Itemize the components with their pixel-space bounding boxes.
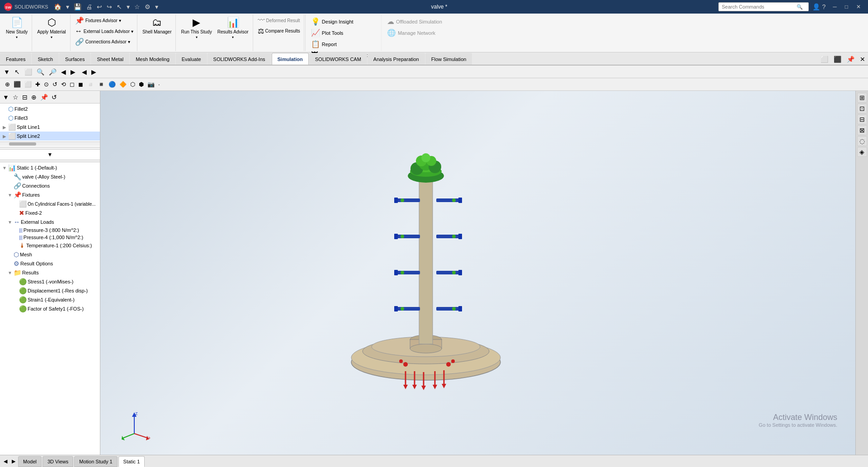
search-input[interactable] <box>722 4 797 9</box>
restore-btn-tabs[interactable]: ⬜ <box>818 54 831 65</box>
close-ribbon-btn[interactable]: ✕ <box>857 54 868 65</box>
connections-advisor-button[interactable]: 🔗 Connections Advisor ▾ <box>73 37 135 47</box>
tree-item-cylindrical[interactable]: ⬜ On Cylindrical Faces-1 (variable... <box>0 199 100 208</box>
external-loads-button[interactable]: ↔ External Loads Advisor ▾ <box>73 26 135 36</box>
tree-item-fillet3[interactable]: ⬡ Fillet3 <box>0 113 100 123</box>
tb-btn-4[interactable]: ✚ <box>34 80 42 89</box>
tb-btn-2[interactable]: ⬛ <box>12 80 22 89</box>
minimize-btn[interactable]: ─ <box>829 3 840 11</box>
tree-item-pressure3[interactable]: ||| Pressure-3 (:800 N/m^2:) <box>0 226 100 234</box>
tb-btn-3[interactable]: ⬜ <box>23 80 33 89</box>
tree-item-pressure4[interactable]: ||| Pressure-4 (:1,000 N/m^2:) <box>0 234 100 241</box>
pin-tree-btn[interactable]: 📌 <box>39 93 49 102</box>
tb-btn-11[interactable]: ◾ <box>96 80 106 89</box>
tab-features[interactable]: Features <box>0 53 31 65</box>
user-icon[interactable]: 👤 <box>812 3 820 10</box>
tree-item-fixtures[interactable]: ▼ 📌 Fixtures <box>0 190 100 199</box>
shell-manager-button[interactable]: 🗂 Shell Manager <box>140 15 174 50</box>
home-btn[interactable]: 🏠 <box>52 2 63 11</box>
side-btn-3[interactable]: ⊟ <box>857 114 867 124</box>
bottom-tab-model[interactable]: Model <box>18 456 42 467</box>
tree-item-static1[interactable]: ▼ 📊 Static 1 (-Default-) <box>0 163 100 172</box>
pin-btn-tabs[interactable]: 📌 <box>844 54 857 65</box>
side-btn-6[interactable]: ◈ <box>857 147 867 157</box>
design-insight-button[interactable]: 💡 Design Insight <box>309 16 377 27</box>
filter-btn-tree[interactable]: ▼ <box>2 93 10 102</box>
fixtures-advisor-button[interactable]: 📌 Fixtures Advisor ▾ <box>73 15 135 26</box>
viewport[interactable]: Z X Activate Windows Go to Settings to a… <box>100 91 855 455</box>
search-arrow[interactable]: ▾ <box>803 4 806 10</box>
close-btn[interactable]: ✕ <box>853 3 864 11</box>
tree-item-fos[interactable]: 🟢 Factor of Safety1 (-FOS-) <box>0 304 100 313</box>
tab-cam[interactable]: SOLIDWORKS CAM <box>309 53 367 65</box>
settings-btn[interactable]: ⚙ <box>143 2 152 11</box>
tree-item-fixed2[interactable]: ✖ Fixed-2 <box>0 208 100 217</box>
tb-btn-14[interactable]: ⬡ <box>129 80 137 89</box>
bottom-tab-motion-study[interactable]: Motion Study 1 <box>74 456 117 467</box>
save-btn[interactable]: 💾 <box>72 2 83 11</box>
tree-item-results[interactable]: ▼ 📁 Results <box>0 268 100 277</box>
redo-btn[interactable]: ↪ <box>105 2 114 11</box>
tab-scroll-left[interactable]: ◀ <box>2 458 9 465</box>
tab-sketch[interactable]: Sketch <box>32 53 59 65</box>
bottom-tab-static-1[interactable]: Static 1 <box>118 456 145 467</box>
side-btn-2[interactable]: ⊡ <box>857 104 867 113</box>
side-btn-1[interactable]: ⊞ <box>857 93 867 103</box>
plot-tools-button[interactable]: 📈 Plot Tools <box>309 28 377 38</box>
tree-item-ext-loads[interactable]: ▼ ↔ External Loads <box>0 217 100 226</box>
restore-btn[interactable]: □ <box>841 3 852 11</box>
apply-material-button[interactable]: ⬡ Apply Material ▾ <box>35 15 68 50</box>
tab-simulation[interactable]: Simulation <box>272 53 309 65</box>
tb-btn-9[interactable]: ◼ <box>77 80 85 89</box>
maximize-btn-tabs[interactable]: ⬛ <box>831 54 844 65</box>
tree-item-valve[interactable]: 🔧 valve (-Alloy Steel-) <box>0 172 100 181</box>
nav-btn[interactable]: ▾ <box>64 2 71 11</box>
filter-btn[interactable]: ▼ <box>2 67 12 76</box>
tb-btn-1[interactable]: ⊕ <box>4 80 11 89</box>
tab-evaluate[interactable]: Evaluate <box>176 53 207 65</box>
tb-btn-6[interactable]: ↺ <box>51 80 59 89</box>
compare-results-button[interactable]: ⚖ Compare Results <box>256 26 302 36</box>
new-study-button[interactable]: 📄 New Study ▾ <box>4 15 30 50</box>
prev-view-btn[interactable]: ◀ <box>59 67 68 76</box>
tab-addins[interactable]: SOLIDWORKS Add-Ins <box>208 53 271 65</box>
results-advisor-button[interactable]: 📊 Results Advisor ▾ <box>215 15 251 50</box>
zoom-area-btn[interactable]: ⬜ <box>23 67 34 76</box>
next-view-btn[interactable]: ▶ <box>69 67 77 76</box>
select-all-btn[interactable]: ☆ <box>12 93 19 102</box>
side-btn-4[interactable]: ⊠ <box>857 125 867 135</box>
select-btn[interactable]: ↖ <box>13 67 22 76</box>
tb-btn-16[interactable]: 📷 <box>146 80 156 89</box>
more2-btn[interactable]: ▾ <box>153 2 160 11</box>
tree-item-result-options[interactable]: ⚙ Result Options <box>0 259 100 268</box>
more-tools-btn[interactable]: ◀ <box>80 67 89 76</box>
tb-btn-13[interactable]: 🔶 <box>118 80 128 89</box>
more-tools-btn2[interactable]: ▶ <box>90 67 98 76</box>
sel-btn[interactable]: ↖ <box>115 2 124 11</box>
tb-btn-5[interactable]: ⊙ <box>42 80 50 89</box>
tree-item-displacement[interactable]: 🟢 Displacement1 (-Res disp-) <box>0 286 100 295</box>
report-button[interactable]: 📋 Report <box>309 39 377 49</box>
tab-surfaces[interactable]: Surfaces <box>59 53 90 65</box>
help-icon[interactable]: ? <box>822 3 826 10</box>
tree-item-strain1[interactable]: 🟢 Strain1 (-Equivalent-) <box>0 295 100 304</box>
tree-item-temperature[interactable]: 🌡 Temperature-1 (:200 Celsius:) <box>0 241 100 250</box>
run-this-study-button[interactable]: ▶ Run This Study ▾ <box>179 15 214 50</box>
tree-item-split-line1[interactable]: ▶ ⬜ Split Line1 <box>0 123 100 132</box>
star-btn[interactable]: ☆ <box>132 2 142 11</box>
tree-item-connections[interactable]: 🔗 Connections <box>0 181 100 190</box>
tb-btn-10[interactable]: ◽ <box>85 80 95 89</box>
tb-btn-8[interactable]: ◻ <box>68 80 76 89</box>
tab-sheet-metal[interactable]: Sheet Metal <box>91 53 129 65</box>
zoom-all-btn[interactable]: 🔍 <box>35 67 46 76</box>
bottom-tab-3d-views[interactable]: 3D Views <box>42 456 73 467</box>
tree-item-stress1[interactable]: 🟢 Stress1 (-vonMises-) <box>0 277 100 286</box>
tb-btn-15[interactable]: ⬢ <box>137 80 145 89</box>
tree-item-fillet2[interactable]: ⬡ Fillet2 <box>0 104 100 113</box>
zoom-sel-btn[interactable]: 🔎 <box>47 67 58 76</box>
tab-flow-sim[interactable]: Flow Simulation <box>425 53 472 65</box>
side-btn-5[interactable]: ◌ <box>857 136 867 146</box>
tab-mesh-modeling[interactable]: Mesh Modeling <box>130 53 175 65</box>
tab-analysis-prep[interactable]: Analysis Preparation <box>368 53 425 65</box>
tree-item-mesh[interactable]: ⬡ Mesh <box>0 250 100 259</box>
